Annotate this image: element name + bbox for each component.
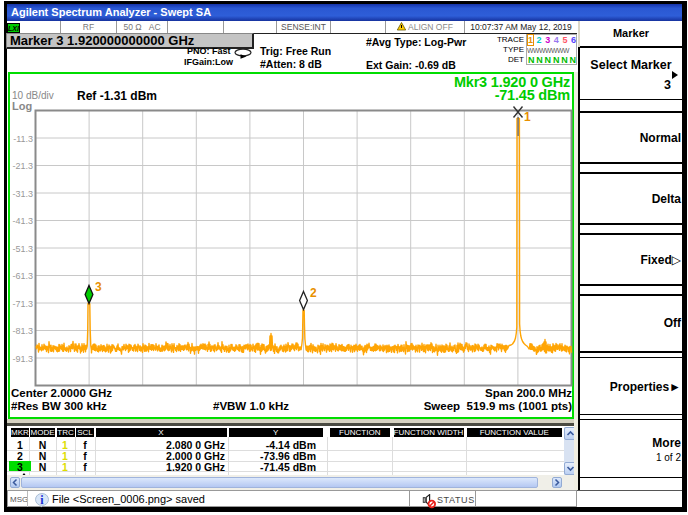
svg-text:-81.3: -81.3 (12, 326, 33, 336)
svg-text:2: 2 (310, 286, 317, 300)
svg-text:-31.3: -31.3 (12, 189, 33, 199)
svg-text:-91.3: -91.3 (12, 354, 33, 364)
svg-text:-11.3: -11.3 (13, 134, 33, 144)
svg-text:-71.3: -71.3 (12, 299, 33, 309)
svg-text:-21.3: -21.3 (12, 161, 33, 171)
svg-text:3: 3 (95, 280, 102, 294)
svg-text:1: 1 (524, 110, 531, 124)
svg-text:-51.3: -51.3 (12, 244, 33, 254)
svg-text:-61.3: -61.3 (12, 271, 33, 281)
svg-text:-41.3: -41.3 (12, 216, 33, 226)
